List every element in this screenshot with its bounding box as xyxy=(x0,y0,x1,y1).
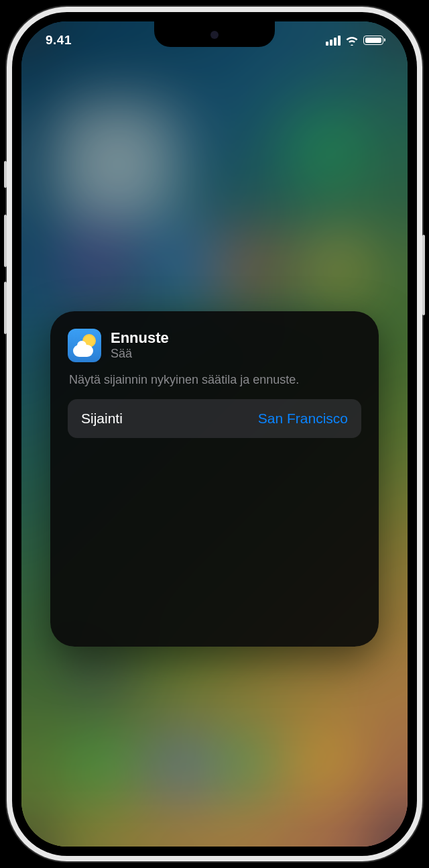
weather-app-icon xyxy=(68,329,101,362)
status-icons xyxy=(326,36,383,46)
wifi-icon xyxy=(345,36,359,46)
device-frame: 9.41 xyxy=(7,7,422,861)
option-value: San Francisco xyxy=(258,411,348,427)
notch xyxy=(154,21,275,47)
widget-edit-panel: Ennuste Sää Näytä sijainnin nykyinen sää… xyxy=(50,311,379,647)
widget-description: Näytä sijainnin nykyinen säätila ja ennu… xyxy=(68,373,361,387)
option-label: Sijainti xyxy=(81,411,123,427)
widget-title: Ennuste xyxy=(111,329,169,347)
widget-titles: Ennuste Sää xyxy=(111,329,169,362)
status-time: 9.41 xyxy=(46,33,72,48)
volume-down-button xyxy=(4,282,7,334)
power-button xyxy=(422,235,425,315)
silence-switch xyxy=(4,161,7,188)
device-bezel: 9.41 xyxy=(12,12,417,856)
cellular-signal-icon xyxy=(326,36,341,46)
widget-header: Ennuste Sää xyxy=(68,329,361,362)
battery-icon xyxy=(363,36,383,45)
volume-up-button xyxy=(4,215,7,267)
location-option-row[interactable]: Sijainti San Francisco xyxy=(68,399,361,438)
screen: 9.41 xyxy=(21,21,408,847)
widget-app-name: Sää xyxy=(111,347,169,362)
